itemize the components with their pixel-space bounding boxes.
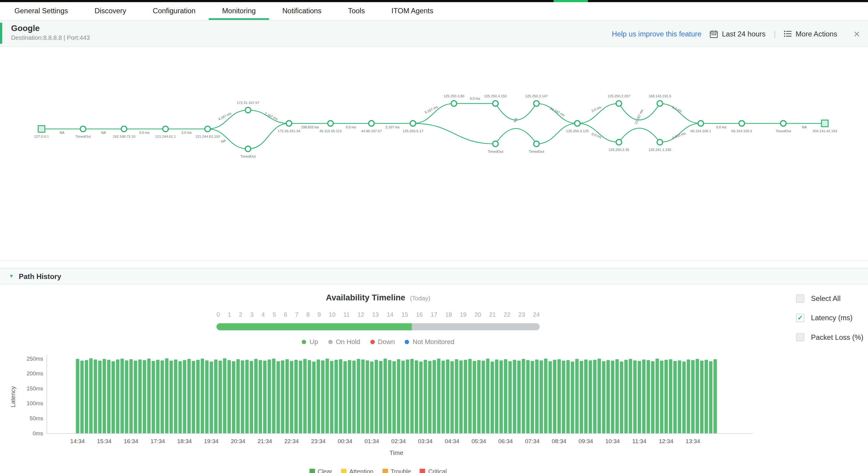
latency-bar[interactable] — [196, 360, 199, 433]
latency-bar[interactable] — [268, 359, 271, 433]
path-node-125.241.1.230[interactable] — [657, 139, 662, 145]
latency-bar[interactable] — [165, 358, 168, 433]
path-node-121.244.61.1[interactable] — [163, 126, 168, 132]
latency-bar[interactable] — [254, 359, 257, 433]
latency-bar[interactable] — [499, 360, 503, 433]
latency-bar[interactable] — [491, 361, 494, 433]
path-node-125.250.4.150[interactable] — [493, 101, 498, 106]
latency-bar[interactable] — [633, 360, 637, 433]
latency-bar[interactable] — [125, 360, 128, 433]
latency-bar[interactable] — [660, 360, 663, 433]
latency-bar[interactable] — [598, 358, 601, 433]
latency-bar[interactable] — [383, 358, 387, 433]
feedback-link[interactable]: Help us improve this feature — [612, 30, 701, 38]
option-select-all[interactable]: Select All — [796, 294, 868, 303]
latency-bar[interactable] — [575, 359, 579, 433]
latency-bar[interactable] — [415, 360, 418, 433]
tab-monitoring[interactable]: Monitoring — [209, 2, 269, 20]
latency-bar[interactable] — [642, 359, 646, 433]
latency-bar[interactable] — [294, 360, 298, 433]
latency-bar[interactable] — [129, 359, 133, 433]
latency-bar[interactable] — [549, 361, 552, 433]
latency-bar[interactable] — [245, 360, 249, 433]
latency-bar[interactable] — [218, 360, 222, 433]
path-node-125.250.3.80[interactable] — [451, 101, 457, 106]
latency-bar[interactable] — [156, 360, 159, 433]
latency-bar[interactable] — [121, 358, 124, 433]
latency-bar[interactable] — [76, 359, 79, 433]
latency-bar[interactable] — [258, 360, 262, 433]
latency-bar[interactable] — [250, 361, 253, 433]
latency-bar[interactable] — [326, 358, 329, 433]
latency-bar[interactable] — [513, 360, 516, 433]
path-node-TimedOut[interactable] — [493, 141, 498, 147]
latency-bar[interactable] — [713, 359, 717, 433]
latency-bar[interactable] — [285, 359, 289, 433]
latency-bar[interactable] — [98, 360, 101, 433]
path-node-125.250.2.207[interactable] — [616, 101, 621, 106]
latency-bar[interactable] — [290, 361, 293, 433]
latency-bar[interactable] — [593, 360, 596, 433]
latency-bar[interactable] — [472, 361, 476, 433]
path-node-125.250.3.125[interactable] — [575, 121, 580, 126]
close-button[interactable]: ✕ — [853, 30, 860, 38]
path-node-172.31.167.57[interactable] — [245, 107, 251, 113]
path-history-header[interactable]: ▼ Path History — [0, 268, 868, 284]
path-node-44.86.197.57[interactable] — [369, 121, 374, 126]
latency-bar[interactable] — [522, 359, 525, 433]
latency-bar[interactable] — [85, 360, 88, 433]
latency-bar[interactable] — [535, 359, 538, 433]
latency-bar[interactable] — [174, 359, 177, 433]
latency-bar[interactable] — [80, 360, 84, 433]
latency-bar[interactable] — [638, 361, 641, 433]
latency-bar[interactable] — [357, 359, 360, 433]
latency-bar[interactable] — [504, 359, 507, 433]
latency-bar[interactable] — [187, 359, 190, 433]
latency-bar[interactable] — [236, 359, 240, 433]
latency-bar[interactable] — [116, 359, 119, 433]
tab-notifications[interactable]: Notifications — [269, 2, 335, 20]
time-range-selector[interactable]: Last 24 hours — [710, 30, 766, 38]
latency-bar[interactable] — [433, 360, 436, 433]
latency-bar[interactable] — [705, 360, 708, 433]
latency-bar[interactable] — [629, 359, 632, 433]
path-node-168.143.191.5[interactable] — [657, 101, 662, 106]
latency-bar[interactable] — [664, 360, 668, 433]
latency-bar[interactable] — [531, 361, 534, 433]
latency-bar[interactable] — [276, 361, 280, 433]
checkbox-icon[interactable] — [796, 294, 804, 303]
path-node-125.250.2.35[interactable] — [616, 139, 621, 145]
latency-bar[interactable] — [94, 359, 97, 433]
latency-bar[interactable] — [232, 361, 235, 433]
latency-bar[interactable] — [312, 361, 315, 433]
latency-bar[interactable] — [147, 358, 150, 433]
latency-bar[interactable] — [562, 360, 565, 433]
latency-bar[interactable] — [138, 359, 142, 433]
path-node-121.244.61.103[interactable] — [205, 126, 210, 132]
latency-bar[interactable] — [464, 360, 467, 433]
latency-bar[interactable] — [589, 360, 592, 433]
tab-tools[interactable]: Tools — [335, 2, 378, 20]
latency-bar[interactable] — [584, 359, 587, 433]
latency-bar[interactable] — [281, 360, 284, 433]
latency-bar[interactable] — [450, 361, 454, 433]
latency-bar[interactable] — [143, 360, 146, 433]
latency-bar[interactable] — [687, 359, 690, 433]
latency-bar[interactable] — [486, 358, 490, 433]
latency-bar[interactable] — [370, 361, 373, 433]
latency-bar[interactable] — [655, 358, 659, 433]
latency-bar[interactable] — [393, 361, 396, 433]
latency-bar[interactable] — [424, 360, 427, 433]
latency-bar[interactable] — [210, 361, 213, 433]
more-actions-button[interactable]: More Actions — [784, 30, 837, 38]
checkbox-icon[interactable] — [796, 333, 804, 341]
latency-bar[interactable] — [379, 361, 382, 433]
latency-bar[interactable] — [397, 359, 400, 433]
latency-bar[interactable] — [272, 358, 276, 433]
tab-discovery[interactable]: Discovery — [82, 2, 140, 20]
latency-bar[interactable] — [406, 359, 409, 433]
latency-bar[interactable] — [169, 360, 173, 433]
latency-bar[interactable] — [183, 360, 186, 433]
latency-bar[interactable] — [303, 359, 307, 433]
latency-bar[interactable] — [651, 361, 654, 433]
